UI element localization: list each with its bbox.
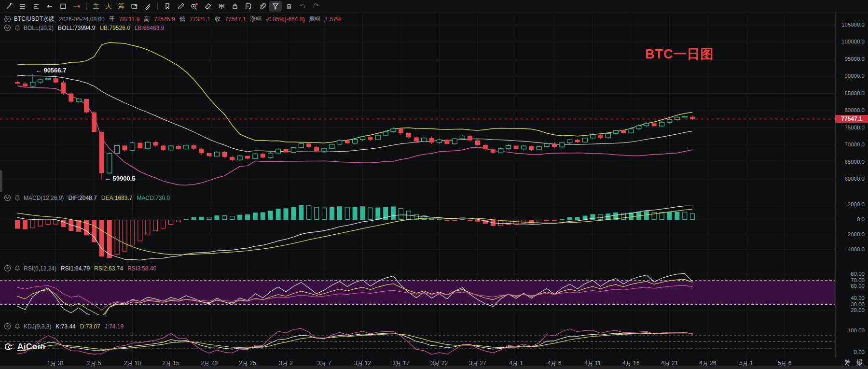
header-token: DIF:2048.7 <box>68 195 96 201</box>
header-token: 77321.1 <box>190 16 210 23</box>
header-token: RSI3:58.40 <box>127 265 156 272</box>
header-token: 1.57% <box>325 16 341 23</box>
y-axis-label: -4000.0 <box>838 246 865 252</box>
collapse-icon[interactable] <box>4 15 11 23</box>
bottom-right-toggles: 筹 爆 <box>844 358 863 367</box>
price-annotation: ← 59900.5 <box>105 175 136 182</box>
mode-main-button[interactable]: 主 <box>90 2 102 11</box>
chart-canvas[interactable] <box>0 0 868 369</box>
header-token: BOLL:73994.9 <box>58 25 95 31</box>
arrow-left-icon[interactable] <box>43 1 56 12</box>
drawing-toolbar: 主 大 筹 <box>0 0 868 13</box>
brush-tool-icon[interactable] <box>141 1 154 12</box>
redo-icon[interactable] <box>310 1 322 12</box>
header-token: K:73.44 <box>55 323 75 330</box>
y-axis-label: 20.00 <box>838 307 865 313</box>
header-token: MACD(12,26,9) <box>24 195 64 201</box>
zoom-in-icon[interactable] <box>188 1 201 12</box>
alert-bell-icon[interactable] <box>14 25 21 31</box>
collapse-icon[interactable] <box>4 323 11 330</box>
y-axis-label: -2000.0 <box>838 231 865 237</box>
rectangle-tool-icon[interactable] <box>57 1 69 12</box>
y-axis-label: 80000.0 <box>838 107 865 113</box>
trash-icon[interactable] <box>283 1 295 12</box>
alert-bell-icon[interactable] <box>14 323 21 330</box>
header-token: 低 <box>179 15 185 23</box>
undo-icon[interactable] <box>296 1 309 12</box>
header-token: RSI1:64.79 <box>61 265 90 272</box>
header-token: KDJ(9,3,3) <box>24 323 51 330</box>
horizontal-scrollbar[interactable] <box>0 366 868 369</box>
trading-app-window: 主 大 筹 BTC/USDT永续2026-04-24 08:00开78211.9… <box>0 0 868 369</box>
header-token: D:73.07 <box>80 323 100 330</box>
paperclip-icon[interactable] <box>256 1 268 12</box>
toolbar-separator <box>157 3 158 10</box>
aicoin-logo-text: AiCoin <box>17 342 45 352</box>
collapse-icon[interactable] <box>4 194 11 201</box>
more-dots-icon[interactable] <box>70 1 83 12</box>
header-token: 振幅 <box>309 15 320 23</box>
y-axis-label: 0.0 <box>838 216 865 222</box>
header-token: RSI(6,12,24) <box>24 265 56 272</box>
layout-list-icon[interactable] <box>30 1 42 12</box>
price-annotation: ← 90566.7 <box>36 67 67 74</box>
y-axis-label: 2000.0 <box>838 201 865 207</box>
kdj-values: KDJ(9,3,3)K:73.44D:73.07J:74.19 <box>24 323 124 330</box>
y-axis-label: 30.00 <box>838 301 865 307</box>
collapse-icon[interactable] <box>4 265 11 272</box>
y-axis-label: 105000.0 <box>838 22 865 28</box>
filter-funnel-icon[interactable] <box>269 1 282 12</box>
header-token: 高 <box>144 15 150 23</box>
macd-header: MACD(12,26,9)DIF:2048.7DEA:1683.7MACD:73… <box>4 194 170 201</box>
macd-values: MACD(12,26,9)DIF:2048.7DEA:1683.7MACD:73… <box>24 195 170 201</box>
bookmark-icon[interactable] <box>161 1 174 12</box>
y-axis-label: 60.00 <box>838 283 865 289</box>
header-token: LB:68463.9 <box>135 25 164 31</box>
toolbar-separator <box>86 3 87 10</box>
flip-chart-icon[interactable] <box>128 1 140 12</box>
kdj-header: KDJ(9,3,3)K:73.44D:73.07J:74.19 <box>4 323 124 330</box>
y-axis-label: 70.00 <box>838 277 865 283</box>
ruler-icon[interactable] <box>175 1 187 12</box>
header-token: MACD:730.0 <box>137 195 170 201</box>
alert-bell-icon[interactable] <box>14 265 21 272</box>
aicoin-logo: AiCoin <box>5 342 45 352</box>
y-axis-label: 75000.0 <box>838 125 865 130</box>
y-axis-label: 80.00 <box>838 271 865 277</box>
note-edit-icon[interactable] <box>242 1 255 12</box>
header-token: -0.85%(-664.8) <box>266 16 304 23</box>
y-axis-label: 100.00 <box>838 327 865 333</box>
y-axis-label: 65000.0 <box>838 159 865 165</box>
last-price-badge: 77547.1 <box>835 115 868 123</box>
mode-chips-button[interactable]: 筹 <box>115 2 127 11</box>
mode-large-button[interactable]: 大 <box>103 2 114 11</box>
lock-icon[interactable] <box>229 1 241 12</box>
candle-pattern-icon[interactable] <box>215 1 228 12</box>
collapse-icon[interactable] <box>4 24 11 31</box>
y-axis-label: 100000.0 <box>838 39 865 44</box>
header-token: 2026-04-24 08:00 <box>59 16 105 23</box>
rsi-header: RSI(6,12,24)RSI1:64.79RSI2:63.74RSI3:58.… <box>4 265 156 272</box>
y-axis-label: 70000.0 <box>838 142 865 147</box>
header-token: 开 <box>109 15 115 23</box>
header-token: BOLL(20,2) <box>24 25 54 31</box>
header-token: 收 <box>215 15 220 23</box>
chips-toggle[interactable]: 筹 <box>844 358 851 367</box>
alert-bell-icon[interactable] <box>14 195 21 201</box>
eraser-icon[interactable] <box>202 1 214 12</box>
header-token: 78545.9 <box>154 16 175 23</box>
y-axis-label: 0.00 <box>838 349 865 355</box>
symbol-header: BTC/USDT永续2026-04-24 08:00开78211.9高78545… <box>4 15 342 23</box>
header-token: 77547.1 <box>225 16 246 23</box>
rsi-values: RSI(6,12,24)RSI1:64.79RSI2:63.74RSI3:58.… <box>24 265 156 272</box>
burst-toggle[interactable]: 爆 <box>856 358 863 367</box>
header-token: 78211.9 <box>119 16 140 23</box>
trend-line-icon[interactable] <box>3 1 15 12</box>
indicator-list-icon[interactable] <box>16 1 29 12</box>
side-panel-handle[interactable] <box>0 170 2 192</box>
y-axis-label: 40.00 <box>838 295 865 301</box>
aicoin-logo-icon <box>5 342 15 351</box>
boll-values: BOLL(20,2)BOLL:73994.9UB:79526.0LB:68463… <box>24 25 164 31</box>
y-axis-label: 90000.0 <box>838 73 865 79</box>
header-token: J:74.19 <box>105 323 124 330</box>
